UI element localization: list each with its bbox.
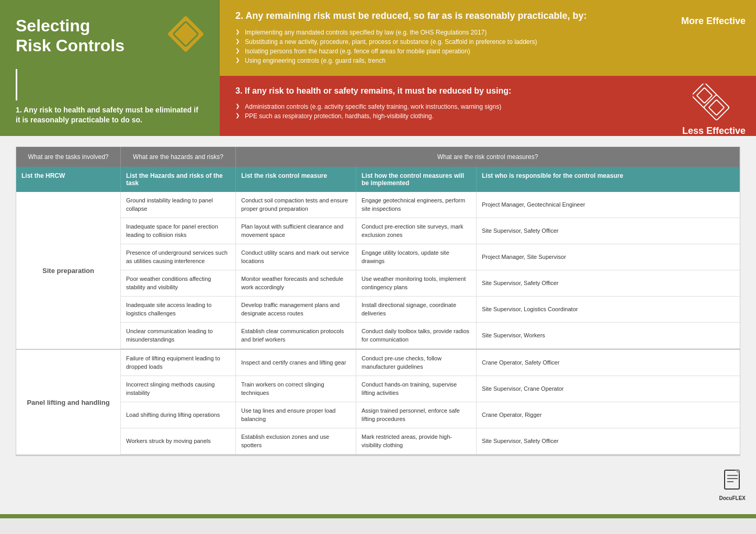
table-cell: Conduct soil compaction tests and ensure… — [236, 192, 356, 218]
table-cell: Conduct daily toolbox talks, provide rad… — [356, 323, 477, 348]
table-subheader: List the HRCW List the Hazards and risks… — [16, 167, 740, 192]
docuflex-label: DocuFLEX — [719, 495, 746, 501]
less-effective-label: Less Effective — [682, 126, 746, 137]
risk-control-table: What are the tasks involved? What are th… — [16, 146, 740, 456]
table-cell: Train workers on correct slinging techni… — [236, 376, 356, 402]
table-cell: Mark restricted areas, provide high-visi… — [356, 428, 477, 454]
table-cell-responsible: Site Supervisor, Safety Officer — [477, 428, 740, 454]
svg-rect-0 — [167, 16, 204, 52]
table-row: Ground instability leading to panel coll… — [121, 192, 740, 218]
subheader-hazards: List the Hazards and risks of the task — [121, 167, 236, 192]
table-cell: Engage utility locators, update site dra… — [356, 244, 477, 270]
table-cell: Load shifting during lifting operations — [121, 402, 236, 428]
header-tasks-col: What are the tasks involved? — [16, 147, 121, 167]
header-subtitle: 1. Any risk to health and safety must be… — [16, 105, 204, 126]
section2-list: Implementing any mandated controls speci… — [235, 28, 657, 65]
section3-heading: 3. If any risk to health or safety remai… — [235, 86, 657, 96]
table-cell: Establish clear communication protocols … — [236, 323, 356, 348]
table-cell: Inspect and certify cranes and lifting g… — [236, 350, 356, 376]
table-row: Presence of underground services such as… — [121, 244, 740, 270]
less-effective-area: Less Effective — [682, 84, 746, 137]
section2-item-2: Substituting a new activity, procedure, … — [235, 37, 657, 47]
section2-item-4: Using engineering controls (e.g. guard r… — [235, 56, 657, 65]
section2-panel: 2. Any remaining risk must be reduced, s… — [220, 0, 756, 76]
table-cell-responsible: Project Manager, Geotechnical Engineer — [477, 192, 740, 218]
table-row: Workers struck by moving panelsEstablish… — [121, 428, 740, 455]
docuflex-logo: DocuFLEX — [719, 469, 746, 501]
table-cell: Unclear communication leading to misunde… — [121, 323, 236, 348]
table-cell-responsible: Site Supervisor, Crane Operator — [477, 376, 740, 402]
table-row: Load shifting during lifting operationsU… — [121, 402, 740, 428]
section3-item-1: Administration controls (e.g. activity s… — [235, 102, 657, 111]
section3-panel: 3. If any risk to health or safety remai… — [220, 76, 756, 136]
task-rows-1: Failure of lifting equipment leading to … — [121, 350, 740, 455]
table-row: Failure of lifting equipment leading to … — [121, 350, 740, 376]
header: Selecting Risk Controls 1. Any risk to h… — [0, 0, 756, 136]
table-cell: Engage geotechnical engineers, perform s… — [356, 192, 477, 218]
table-cell: Conduct pre-erection site surveys, mark … — [356, 218, 477, 244]
task-name-1: Panel lifting and handling — [16, 350, 121, 455]
bottom-bar — [0, 514, 756, 518]
table-cell: Develop traffic management plans and des… — [236, 297, 356, 322]
docuflex-icon — [722, 469, 743, 495]
section2-heading: 2. Any remaining risk must be reduced, s… — [235, 10, 657, 21]
section3-item-2: PPE such as respiratory protection, hard… — [235, 111, 657, 121]
section3-list: Administration controls (e.g. activity s… — [235, 102, 657, 121]
table-cell: Incorrect slinging methods causing insta… — [121, 376, 236, 402]
task-rows-0: Ground instability leading to panel coll… — [121, 192, 740, 349]
table-cell: Poor weather conditions affecting stabil… — [121, 270, 236, 296]
table-cell: Use tag lines and ensure proper load bal… — [236, 402, 356, 428]
table-cell: Inadequate space for panel erection lead… — [121, 218, 236, 244]
section2-item-3: Isolating persons from the hazard (e.g. … — [235, 47, 657, 56]
table-cell: Conduct utility scans and mark out servi… — [236, 244, 356, 270]
header-right-panel: 2. Any remaining risk must be reduced, s… — [220, 0, 756, 136]
subheader-implementation: List how the control measures will be im… — [356, 167, 477, 192]
more-effective-label: More Effective — [681, 16, 746, 27]
subheader-measure: List the risk control measure — [236, 167, 356, 192]
table-cell-responsible: Project Manager, Site Supervisor — [477, 244, 740, 270]
svg-rect-6 — [725, 470, 739, 489]
table-cell: Failure of lifting equipment leading to … — [121, 350, 236, 376]
table-cell-responsible: Site Supervisor, Workers — [477, 323, 740, 348]
table-cell-responsible: Site Supervisor, Safety Officer — [477, 270, 740, 296]
table-cell: Assign trained personnel, enforce safe l… — [356, 402, 477, 428]
table-cell: Use weather monitoring tools, implement … — [356, 270, 477, 296]
diamond-icon — [167, 16, 204, 52]
table-cell: Establish exclusion zones and use spotte… — [236, 428, 356, 454]
header-hazards-col: What are the hazards and risks? — [121, 147, 236, 167]
task-group-0: Site preparationGround instability leadi… — [16, 192, 740, 350]
page: Selecting Risk Controls 1. Any risk to h… — [0, 0, 756, 518]
table-cell: Conduct pre-use checks, follow manufactu… — [356, 350, 477, 376]
table-cell: Install directional signage, coordinate … — [356, 297, 477, 322]
table-row: Poor weather conditions affecting stabil… — [121, 270, 740, 297]
footer: DocuFLEX — [0, 467, 756, 504]
table-cell: Conduct hands-on training, supervise lif… — [356, 376, 477, 402]
table-row: Inadequate site access leading to logist… — [121, 297, 740, 323]
table-main-header: What are the tasks involved? What are th… — [16, 147, 740, 167]
svg-marker-10 — [735, 470, 739, 474]
section2-item-1: Implementing any mandated controls speci… — [235, 28, 657, 37]
less-effective-diamonds-icon — [693, 84, 735, 126]
table-row: Incorrect slinging methods causing insta… — [121, 376, 740, 402]
header-controls-col: What are the risk control measures? — [236, 147, 740, 167]
table-cell: Ground instability leading to panel coll… — [121, 192, 236, 218]
subheader-hrcw: List the HRCW — [16, 167, 121, 192]
table-body: Site preparationGround instability leadi… — [16, 192, 740, 456]
table-row: Unclear communication leading to misunde… — [121, 323, 740, 349]
subheader-responsible: List who is responsible for the control … — [477, 167, 740, 192]
table-cell: Plan layout with sufficient clearance an… — [236, 218, 356, 244]
table-cell-responsible: Site Supervisor, Safety Officer — [477, 218, 740, 244]
header-left-panel: Selecting Risk Controls 1. Any risk to h… — [0, 0, 220, 136]
task-group-1: Panel lifting and handlingFailure of lif… — [16, 350, 740, 456]
table-cell-responsible: Site Supervisor, Logistics Coordinator — [477, 297, 740, 322]
table-row: Inadequate space for panel erection lead… — [121, 218, 740, 244]
table-cell: Inadequate site access leading to logist… — [121, 297, 236, 322]
table-cell-responsible: Crane Operator, Rigger — [477, 402, 740, 428]
task-name-0: Site preparation — [16, 192, 121, 349]
table-cell: Monitor weather forecasts and schedule w… — [236, 270, 356, 296]
table-cell: Presence of underground services such as… — [121, 244, 236, 270]
table-cell-responsible: Crane Operator, Safety Officer — [477, 350, 740, 376]
table-cell: Workers struck by moving panels — [121, 428, 236, 454]
